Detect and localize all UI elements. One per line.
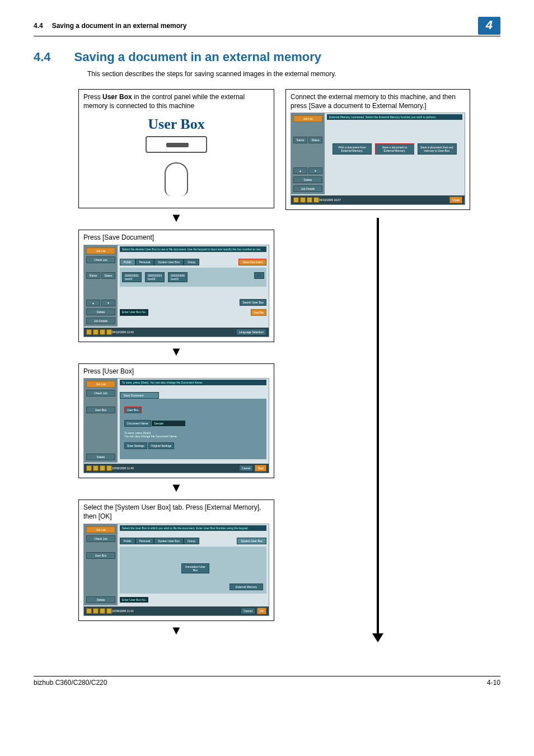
screen2-content: Public Personal System User Box Group Sa… — [120, 259, 266, 324]
step-l2: Press [Save Document] Job List Check Job… — [78, 230, 274, 342]
header-section-title: Saving a document in an external memory — [52, 22, 187, 30]
check-job-button[interactable]: Check Job — [86, 390, 115, 396]
job-list-button[interactable]: Job List — [293, 115, 322, 122]
doc-name-label: Document Name — [124, 420, 151, 427]
col-name: Name — [293, 137, 307, 143]
scan-settings-button[interactable]: Scan Settings — [124, 442, 147, 449]
delete-button[interactable]: Delete — [293, 176, 322, 183]
save-document-button[interactable]: Save Document — [238, 259, 266, 265]
status-datetime: 04/10/2009 16:07 — [319, 198, 341, 202]
job-details-button[interactable]: Job Details — [293, 185, 322, 192]
check-job-button[interactable]: Check Job — [86, 256, 115, 263]
heading-text: Saving a document in an external memory — [74, 50, 321, 64]
col-status: Status — [308, 137, 322, 143]
userbox-graphic: User Box — [83, 113, 269, 203]
screen-r1-msg: External Memory connected. Select the Ex… — [327, 114, 462, 120]
check-job-button[interactable]: Check Job — [86, 535, 115, 542]
header-section-num: 4.4 — [34, 22, 43, 30]
page-indicator: 1/ 1 — [254, 272, 264, 279]
job-list-button[interactable]: Job List — [86, 526, 115, 533]
status-icons — [86, 329, 112, 335]
userbox-label: User Box — [83, 116, 269, 133]
screen-ext-memory: Job List Name Status ▲ ▼ Delete Job Deta… — [291, 113, 465, 205]
userbox-select-button[interactable]: User Box — [124, 407, 142, 413]
delete-button[interactable]: Delete — [86, 309, 115, 315]
up-button[interactable]: ▲ — [86, 300, 100, 306]
userbox-crumb: User Box — [86, 407, 115, 413]
step-r1: Connect the external memory to this mach… — [285, 89, 470, 210]
screen4-sidebar: Job List Check Job User Box Delete — [84, 524, 118, 605]
cancel-button[interactable]: Cancel — [241, 608, 255, 614]
search-userbox-button[interactable]: Search User Box — [240, 299, 266, 306]
step-l1-caption: Press User Box in the control panel whil… — [83, 93, 269, 110]
step-l4: Select the [System User Box] tab. Press … — [78, 500, 274, 620]
down-button[interactable]: ▼ — [308, 167, 322, 174]
external-memory-button[interactable]: External Memory — [229, 584, 263, 590]
tab-system[interactable]: System User Box — [154, 538, 184, 544]
status-datetime: 10/09/2008 11:40 — [112, 466, 134, 470]
chapter-badge: 4 — [478, 17, 500, 35]
enter-box-no[interactable]: Enter User Box No. — [120, 309, 148, 316]
step-l3: Press [User Box] Job List Check Job User… — [78, 363, 274, 479]
save-to-userbox-button[interactable]: Save a document from ext. memory to User… — [418, 143, 457, 155]
delete-button[interactable]: Delete — [86, 596, 115, 603]
col-name: Name — [86, 272, 100, 279]
screen4-status: 10/09/2008 11:41 Cancel OK — [84, 606, 269, 615]
tab-system2[interactable]: System User Box — [237, 538, 266, 544]
screen4-msg: Select the User Box in which you wish to… — [120, 525, 266, 531]
job-list-button[interactable]: Job List — [86, 248, 115, 254]
status-icons — [293, 197, 319, 203]
delete-button[interactable]: Delete — [86, 454, 115, 460]
save-to-ext-button[interactable]: Save a document to External Memory. — [375, 143, 414, 155]
tab-personal[interactable]: Personal — [135, 538, 154, 544]
job-details-button[interactable]: Job Details — [86, 318, 115, 324]
use-file-button[interactable]: Use/File — [251, 309, 266, 316]
userbox-button-outline[interactable] — [146, 136, 207, 153]
arrow-down-icon: ▼ — [78, 346, 274, 358]
screen4-content: Public Personal System User Box Group Sy… — [120, 538, 266, 603]
footer-page: 4-10 — [487, 679, 500, 687]
doc-name-value[interactable]: Sample — [152, 421, 185, 426]
userbox-crumb: User Box — [86, 552, 115, 559]
tab-personal[interactable]: Personal — [135, 259, 154, 265]
cancel-button[interactable]: Cancel — [239, 465, 254, 472]
status-datetime: 04/10/2009 12:42 — [112, 330, 134, 334]
step-r1-caption: Connect the external memory to this mach… — [291, 93, 465, 110]
up-button[interactable]: ▲ — [293, 167, 307, 174]
step-l4-caption: Select the [System User Box] tab. Press … — [83, 503, 269, 521]
box01[interactable]: 000000001box01 — [122, 272, 142, 282]
status-datetime: 10/09/2008 11:41 — [112, 609, 134, 613]
save-doc-tab: Save Document — [120, 392, 159, 399]
status-icons — [86, 608, 112, 614]
intro-text: This section describes the steps for sav… — [87, 70, 500, 78]
tab-public[interactable]: Public — [120, 538, 135, 544]
col-status: Status — [101, 272, 115, 279]
screen2-msg: Select the desired User Box to use or fi… — [120, 246, 266, 252]
box03[interactable]: 000000006box03 — [168, 272, 188, 282]
screen2-status: 04/10/2009 12:42 Language Selection — [84, 328, 269, 337]
box02[interactable]: 000000003box02 — [145, 272, 165, 282]
screen3-msg: To save, press [Start]. You can also cha… — [120, 380, 266, 385]
tab-group[interactable]: Group — [184, 259, 199, 265]
original-settings-button[interactable]: Original Settings — [148, 442, 175, 449]
ok-button[interactable]: OK — [257, 608, 266, 614]
tab-group[interactable]: Group — [184, 538, 199, 544]
step-l3-caption: Press [User Box] — [83, 367, 269, 376]
screen-r1-status: 04/10/2009 16:07 Close — [291, 195, 465, 204]
enter-box-no[interactable]: Enter User Box No. — [120, 597, 148, 603]
down-button[interactable]: ▼ — [101, 300, 115, 306]
tab-system[interactable]: System User Box — [154, 259, 184, 265]
page-footer: bizhub C360/C280/C220 4-10 — [34, 676, 500, 687]
print-from-ext-button[interactable]: Print a document from External Memory. — [332, 143, 372, 155]
job-list-button[interactable]: Job List — [86, 381, 115, 388]
screen3-status: 10/09/2008 11:40 Cancel Start — [84, 464, 269, 473]
tab-public[interactable]: Public — [120, 259, 135, 265]
annotation-userbox-button[interactable]: Annotation User Box — [181, 563, 209, 573]
main-heading: 4.4 Saving a document in an external mem… — [34, 50, 500, 64]
start-button[interactable]: Start — [255, 465, 266, 472]
flow-columns: Press User Box in the control panel whil… — [78, 89, 500, 642]
language-button[interactable]: Language Selection — [236, 329, 266, 335]
header-left: 4.4 Saving a document in an external mem… — [34, 22, 186, 30]
close-button[interactable]: Close — [449, 197, 462, 203]
screen2-sidebar: Job List Check Job Name Status ▲ ▼ Delet… — [84, 245, 118, 326]
